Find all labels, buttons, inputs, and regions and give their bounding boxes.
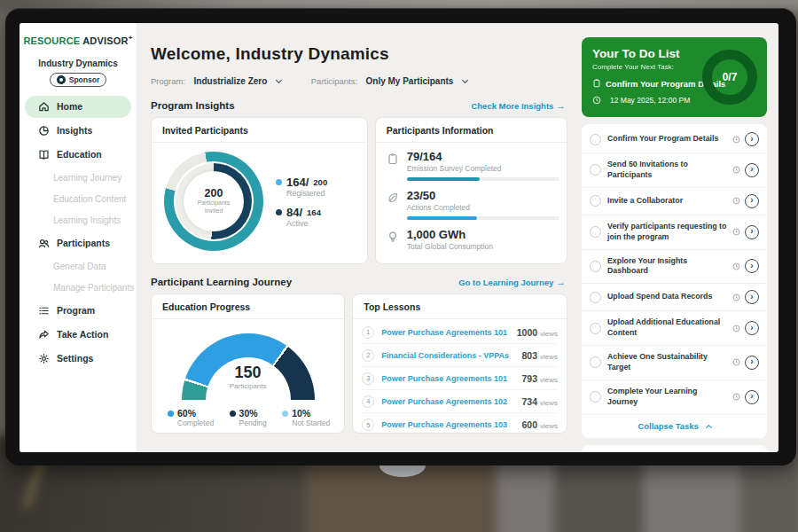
todo-item[interactable]: Upload Additional Educational Content › xyxy=(582,311,767,346)
clock-icon xyxy=(732,228,740,236)
checkbox-circle[interactable] xyxy=(590,134,601,145)
lesson-link[interactable]: Power Purchase Agreements 101 xyxy=(381,374,521,383)
stat-actions-completed: 23/50 Actions Completed xyxy=(387,189,554,220)
checkbox-circle[interactable] xyxy=(590,356,601,368)
section-title-program-insights: Program Insights xyxy=(151,100,235,111)
program-dropdown[interactable]: Program: Industrialize Zero xyxy=(151,72,281,88)
todo-summary-card: Your To Do List Complete Your Next Task:… xyxy=(582,37,767,117)
chevron-right-button[interactable]: › xyxy=(745,225,759,239)
top-lessons-card: Top Lessons 1 Power Purchase Agreements … xyxy=(352,293,567,434)
sidebar-item-learning-insights[interactable]: Learning Insights xyxy=(20,210,137,231)
clock-icon xyxy=(732,136,740,144)
todo-item[interactable]: Confirm Your Program Details › xyxy=(582,126,767,153)
lesson-link[interactable]: Financial Considerations - VPPAs xyxy=(381,351,521,360)
legend-dot-registered xyxy=(276,179,282,185)
app-logo: RESOURCE ADVISOR+ xyxy=(20,34,137,46)
todo-progress-ring: 0/7 xyxy=(702,50,757,105)
clipboard-icon xyxy=(592,75,601,91)
chevron-right-button[interactable]: › xyxy=(745,163,759,177)
sidebar-item-insights[interactable]: Insights xyxy=(25,120,131,142)
checkbox-circle[interactable] xyxy=(590,226,601,238)
chevron-right-button[interactable]: › xyxy=(745,194,759,208)
sidebar-item-label: Participants xyxy=(57,238,110,248)
legend-label: Not Started xyxy=(292,419,330,427)
chevron-right-button[interactable]: › xyxy=(745,356,759,370)
todo-item[interactable]: Explore Your Insights Dashboard › xyxy=(582,250,767,285)
logo-resource: RESOURCE xyxy=(23,35,80,46)
lesson-link[interactable]: Power Purchase Agreements 102 xyxy=(381,397,521,406)
legend-dot-completed xyxy=(168,411,174,417)
sidebar: RESOURCE ADVISOR+ Industry Dynamics Spon… xyxy=(20,23,137,452)
stat-value: 23/50 xyxy=(407,189,559,202)
arrow-right-icon: → xyxy=(556,100,566,111)
sidebar-item-participants[interactable]: Participants xyxy=(25,232,131,254)
go-to-learning-journey-link[interactable]: Go to Learning Journey → xyxy=(458,277,566,287)
stat-value: 79/164 xyxy=(407,150,559,163)
stat-value: 1,000 GWh xyxy=(407,228,493,241)
sidebar-item-label: Education xyxy=(57,149,102,160)
checkbox-circle[interactable] xyxy=(590,261,601,272)
chevron-right-button[interactable]: › xyxy=(745,321,759,335)
lesson-link[interactable]: Power Purchase Agreements 101 xyxy=(381,328,516,337)
checkbox-circle[interactable] xyxy=(590,164,601,176)
chevron-right-button[interactable]: › xyxy=(745,390,759,404)
section-title-learning-journey: Participant Learning Journey xyxy=(151,277,292,287)
todo-item-label: Invite a Collaborator xyxy=(607,196,728,207)
todo-progress-value: 0/7 xyxy=(723,71,738,83)
list-icon xyxy=(38,305,50,317)
lesson-row: 4 Power Purchase Agreements 102 734 view… xyxy=(362,390,558,413)
lesson-row: 1 Power Purchase Agreements 101 1000 vie… xyxy=(362,321,558,344)
todo-item[interactable]: Upload Spend Data Records › xyxy=(582,284,767,311)
checkbox-circle[interactable] xyxy=(590,391,601,403)
todo-item[interactable]: Invite a Collaborator › xyxy=(582,188,767,215)
chevron-right-button[interactable]: › xyxy=(745,290,759,304)
page-title: Welcome, Industry Dynamics xyxy=(151,44,567,64)
progress-bar xyxy=(407,177,559,181)
lesson-rank: 3 xyxy=(362,372,374,385)
todo-item[interactable]: Verify participants requesting to join t… xyxy=(582,215,767,250)
todo-item[interactable]: Complete Your Learning Journey › xyxy=(582,380,767,415)
participants-dropdown[interactable]: Participants: Only My Participants xyxy=(311,72,467,88)
donut-center-label: Invited xyxy=(205,207,223,215)
sidebar-item-label: Program xyxy=(57,305,95,316)
sidebar-item-learning-journey[interactable]: Learning Journey xyxy=(20,168,137,188)
stat-label: Actions Completed xyxy=(407,203,559,212)
lesson-row: 3 Power Purchase Agreements 101 793 view… xyxy=(362,367,558,390)
lesson-link[interactable]: Power Purchase Agreements 103 xyxy=(381,420,521,429)
sidebar-item-general-data[interactable]: General Data xyxy=(20,256,137,277)
invited-participants-card: Invited Participants 200 Participants In… xyxy=(151,117,368,264)
legend-dot-active xyxy=(276,209,282,215)
arrow-right-icon: → xyxy=(556,277,566,287)
checkbox-circle[interactable] xyxy=(590,195,601,207)
todo-due-date: 12 May 2025, 12:00 PM xyxy=(610,96,690,105)
gauge-center-label: Participants xyxy=(182,382,315,390)
sidebar-item-program[interactable]: Program xyxy=(25,300,131,322)
check-more-insights-link[interactable]: Check More Insights → xyxy=(471,100,566,111)
logo-advisor: ADVISOR xyxy=(82,35,129,46)
sponsor-badge-icon xyxy=(57,75,66,84)
collapse-tasks-link[interactable]: Collapse Tasks xyxy=(582,415,767,434)
chevron-right-button[interactable]: › xyxy=(745,132,759,146)
todo-item[interactable]: Achieve One Sustainability Target › xyxy=(582,346,767,380)
sidebar-item-label: Take Action xyxy=(57,329,108,340)
lesson-rank: 5 xyxy=(362,419,374,431)
sidebar-item-manage-participants[interactable]: Manage Participants xyxy=(20,278,137,298)
gear-icon xyxy=(38,353,50,364)
sidebar-item-take-action[interactable]: Take Action xyxy=(25,324,131,346)
legend-label: Pending xyxy=(239,419,267,427)
lightbulb-icon xyxy=(387,231,400,251)
todo-item[interactable]: Send 50 Invitations to Participants › xyxy=(582,153,767,188)
chevron-up-icon xyxy=(706,424,712,430)
card-title: Education Progress xyxy=(152,294,344,319)
chevron-down-icon xyxy=(276,77,282,83)
card-title: Top Lessons xyxy=(353,294,567,319)
checkbox-circle[interactable] xyxy=(590,292,601,303)
sidebar-item-education[interactable]: Education xyxy=(25,144,131,166)
checkbox-circle[interactable] xyxy=(590,323,601,334)
home-icon xyxy=(38,101,50,113)
donut-center-label: Participants xyxy=(198,200,231,207)
sidebar-item-settings[interactable]: Settings xyxy=(25,348,131,370)
sidebar-item-home[interactable]: Home xyxy=(25,96,131,118)
sidebar-item-education-content[interactable]: Education Content xyxy=(20,189,137,209)
chevron-right-button[interactable]: › xyxy=(745,259,759,273)
